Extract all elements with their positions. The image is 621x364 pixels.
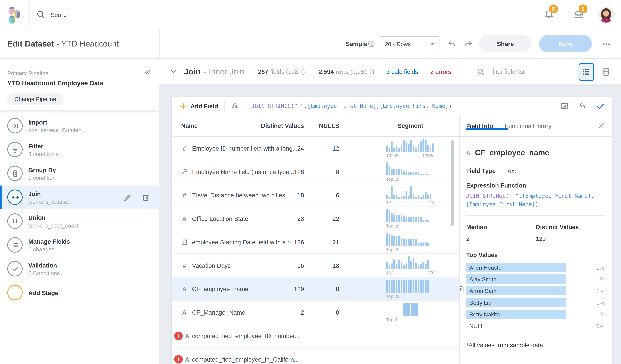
calc-fields-link[interactable]: 3 calc fields <box>386 68 418 75</box>
panel-body: A CF_employee_name Field Type Text Expre… <box>460 148 612 348</box>
errors-link[interactable]: 2 errors <box>430 68 451 75</box>
change-pipeline-button[interactable]: Change Pipeline <box>7 93 63 105</box>
field-type-text-icon: A <box>466 149 470 156</box>
fields-note: fields (128 ↑) <box>270 68 305 75</box>
table-row[interactable]: AOffice Location State2822 Top 10 <box>172 207 459 231</box>
open-in-new-window-icon[interactable] <box>560 101 569 110</box>
sidebar-stage-import[interactable]: Import dds_kenexa_Combin... <box>0 114 159 138</box>
table-row[interactable]: Employee Name field (instance type...128… <box>172 160 459 183</box>
segment-labels: Top 2 <box>386 317 435 322</box>
stage-subtitle: - Inner Join <box>204 67 244 76</box>
sidebar-stage-manage-fields[interactable]: Manage Fields 6 changes <box>0 233 159 257</box>
distinct-values-cell: 126 <box>294 238 304 245</box>
segment-labels: Top 10 <box>386 177 435 181</box>
formula-input[interactable]: JOIN_STRINGS(“ ”,[Employee First Name],[… <box>251 103 452 109</box>
apply-formula-check-icon[interactable] <box>596 101 604 110</box>
vertical-scrollbar[interactable] <box>451 140 454 226</box>
segment-histogram: Top 20 <box>386 232 435 252</box>
field-name: computed_fied_employee_ID_number... <box>192 332 300 339</box>
inbox-button[interactable]: 5 <box>573 8 585 20</box>
tab-field-info[interactable]: Field Info <box>466 122 493 129</box>
field-name: Travel Distance between two cities <box>192 192 285 199</box>
stage-name: Group By <box>28 166 56 173</box>
revert-formula-icon[interactable] <box>578 101 587 110</box>
column-header-segment: Segment <box>386 122 435 129</box>
close-panel-icon[interactable] <box>598 122 605 129</box>
top-value-row: Allen Houston1% <box>466 263 605 272</box>
filter-field-list-input[interactable]: Filter field list <box>477 59 525 85</box>
user-avatar[interactable] <box>598 6 614 23</box>
error-icon: ! <box>174 355 183 364</box>
median-label: Median <box>466 223 536 230</box>
dataset-card: Add Field fx JOIN_STRINGS(“ ”,[Employee … <box>172 97 612 364</box>
add-field-button[interactable]: Add Field <box>180 102 218 109</box>
sidebar-section-label: Primary Pipeline <box>7 70 49 77</box>
panel-field-name: CF_employee_name <box>475 148 549 157</box>
formula-bar: Add Field fx JOIN_STRINGS(“ ”,[Employee … <box>172 97 612 115</box>
expression-function-label: Expression Function <box>466 182 605 189</box>
save-button[interactable]: Save <box>539 35 592 52</box>
list-view-toggle[interactable] <box>579 63 594 81</box>
sample-data-footnote: *All values from sample data <box>466 341 605 348</box>
table-row[interactable]: employee Starting Date field with a n...… <box>172 231 459 254</box>
global-search-input[interactable]: Search <box>36 0 70 29</box>
notifications-button[interactable]: 5 <box>543 8 555 20</box>
search-icon <box>36 10 45 19</box>
delete-stage-trash-icon[interactable] <box>141 193 150 202</box>
distinct-values-cell: 129 <box>294 285 304 292</box>
sidebar-stage-join[interactable]: Join workers_dataset <box>0 185 159 209</box>
sidebar-add-stage[interactable]: + Add Stage <box>0 281 159 305</box>
stage-name: Validation <box>28 262 60 269</box>
table-row[interactable]: #Vacation Days1618 102250 <box>172 254 459 277</box>
info-icon[interactable] <box>367 40 375 48</box>
top-value-percent: 1% <box>596 287 605 294</box>
table-row[interactable]: ACF_Manager Name20 Top 2 <box>172 301 459 324</box>
sidebar-stage-filter[interactable]: Filter 3 conditions <box>0 138 159 162</box>
top-value-percent: 0% <box>596 323 605 329</box>
share-button[interactable]: Share <box>479 35 532 52</box>
table-row[interactable]: ACF_employee_name1290 Top 20 <box>172 277 459 301</box>
search-placeholder: Search <box>51 11 70 18</box>
grid-view-toggle[interactable] <box>598 63 614 81</box>
sidebar-stage-validation[interactable]: Validation 0 Conditions <box>0 257 159 281</box>
sidebar-stage-union[interactable]: U Union workers_east_coast <box>0 209 159 233</box>
stage-detail: 0 Conditions <box>28 270 60 276</box>
top-value-row: Betty Liu1% <box>466 298 605 307</box>
stage-detail: 6 changes <box>28 246 70 252</box>
add-field-label: Add Field <box>190 102 218 109</box>
collapse-sidebar-icon[interactable]: « <box>145 66 150 77</box>
top-value-bar: Allen Houston <box>466 263 566 272</box>
divider <box>224 100 225 111</box>
more-options-button[interactable]: ••• <box>602 29 611 59</box>
undo-button[interactable] <box>446 39 457 49</box>
segment-labels: Top 20 <box>386 247 435 252</box>
redo-button[interactable] <box>463 39 474 49</box>
distinct-values-stat: Distinct Values 129 <box>536 223 605 242</box>
table-row[interactable]: #Employee ID number field with a long...… <box>172 137 459 160</box>
search-icon <box>477 68 485 76</box>
divider <box>499 120 499 131</box>
top-value-bar: Ajay Smith <box>466 274 566 284</box>
pipeline-sidebar: Primary Pipeline « YTD Headcount Employe… <box>0 59 159 364</box>
join-icon <box>7 189 23 205</box>
sidebar-stage-group-by[interactable]: Group By 1 condition <box>0 162 159 185</box>
top-value-percent: 1% <box>596 264 605 271</box>
rows-note: rows (1,259 ↓) <box>336 68 374 75</box>
chevron-down-icon[interactable] <box>169 67 177 76</box>
table-row[interactable]: !Acomputed_fied_employee_in_Californ... <box>172 347 459 364</box>
column-header-nulls: NULLS <box>319 122 339 129</box>
stage-name: Import <box>28 119 86 125</box>
table-row[interactable]: #Travel Distance between two cities186 1… <box>172 183 459 207</box>
table-row[interactable]: !Acomputed_fied_employee_ID_number... <box>172 324 459 348</box>
fields-count: 287 <box>258 68 268 75</box>
nulls-cell: 18 <box>332 262 339 269</box>
edit-stage-pencil-icon[interactable] <box>123 193 132 202</box>
sample-rows-select[interactable]: 20K Rows <box>380 36 439 51</box>
nulls-cell: 21 <box>332 238 339 245</box>
distinct-values-value: 129 <box>536 235 605 242</box>
field-name: computed_fied_employee_in_Californ... <box>192 356 299 363</box>
stage-detail: 3 conditions <box>28 150 58 157</box>
field-name: Employee ID number field with a long... <box>192 145 297 151</box>
app-logo[interactable] <box>0 0 30 29</box>
tab-functions-library[interactable]: Functions Library <box>505 122 551 129</box>
